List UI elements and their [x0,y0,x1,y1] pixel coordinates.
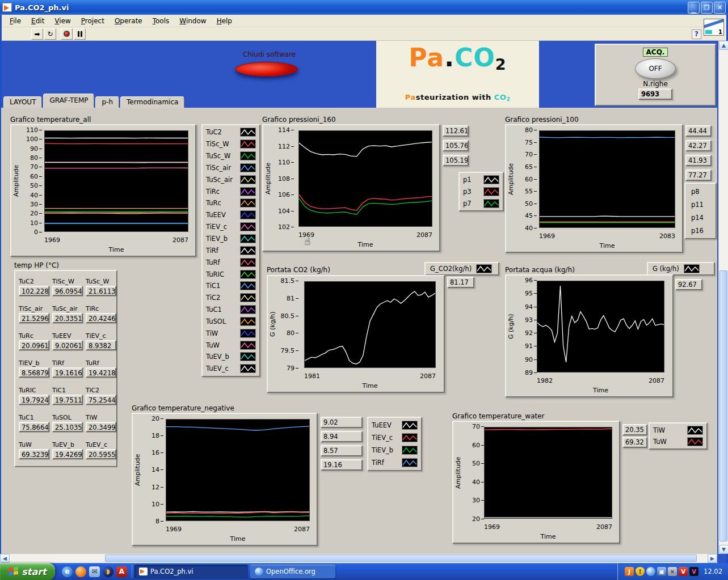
legend-item-p1[interactable]: p1 [463,175,499,184]
legend-item-p7[interactable]: p7 [463,199,499,208]
horizontal-scroll-thumb[interactable] [105,554,697,562]
plot-area[interactable] [539,130,675,228]
tab-termodinamica[interactable]: Termodinamica [120,96,184,108]
legend-item-p8[interactable]: p8 [691,188,712,196]
chiudi-software-button[interactable] [235,62,298,77]
java-tray-icon[interactable]: J [625,567,634,576]
menu-tools[interactable]: Tools [148,16,174,26]
mail-icon[interactable]: ✉ [89,566,100,577]
x-axis-ticks: 19692087 [298,231,432,239]
legend-item-TuSc_air[interactable]: TuSc_air [206,175,256,184]
openoffice-tray-icon[interactable] [646,567,655,576]
vertical-scrollbar[interactable]: ▲ ▼ [718,41,728,554]
tab-layout[interactable]: LAYOUT [3,96,42,108]
x-axis-ticks: 19822087 [537,377,664,384]
legend-item-TuC2[interactable]: TuC2 [206,128,256,137]
legend-item-TiEV_b[interactable]: TiEV_b [372,446,418,455]
scroll-left-button[interactable]: ◀ [0,554,10,563]
legend-line-swatch [240,175,256,184]
plot-area[interactable] [166,419,310,521]
legend-item-TuW[interactable]: TuW [653,437,703,446]
plot-area[interactable] [484,427,612,519]
antivirus-icon[interactable]: V [679,567,688,576]
tool-tray-icon[interactable]: ✕ [668,567,677,576]
hp-value-TuRf: 19.4218 [86,367,116,378]
help-button[interactable]: ? [692,29,701,39]
legend-item-G_CO2(kg/h)[interactable]: G_CO2(kg/h) [430,264,492,273]
acq-label: ACQ. [643,48,668,57]
acq-off-button[interactable]: OFF [635,58,676,79]
legend-item-TiSc_W[interactable]: TiSc_W [206,139,256,149]
network-icon[interactable]: ▣ [657,567,666,576]
plot-area[interactable] [304,281,436,368]
menu-view[interactable]: View [50,16,75,26]
legend-item-TuEV_b[interactable]: TuEV_b [206,352,256,361]
menu-window[interactable]: Window [175,16,211,26]
y-axis-ticks: 114112110108106104102 [269,126,294,231]
taskbar-task-pacо2[interactable]: Pa.CO2_ph.vi [134,565,248,578]
legend-item-TiSc_air[interactable]: TiSc_air [206,163,256,172]
legend-item-TiRf[interactable]: TiRf [372,458,418,467]
scroll-down-button[interactable]: ▼ [719,545,728,554]
legend-item-TuSOL[interactable]: TuSOL [206,317,256,326]
legend-item-TiRf[interactable]: TiRf [206,246,256,255]
legend-item-TuRf[interactable]: TuRf [206,258,256,267]
legend-item-TuEEV[interactable]: TuEEV [372,421,418,430]
start-button[interactable]: start [0,563,55,580]
value-indicator: 92.67 [675,279,702,290]
legend-item-TuEV_c[interactable]: TuEV_c [206,364,256,373]
legend-item-TiW[interactable]: TiW [653,426,703,435]
minimize-button[interactable]: ▁ [688,2,700,14]
legend-item-TiC1[interactable]: TiC1 [206,281,256,290]
internet-explorer-icon[interactable]: e [62,566,73,577]
openoffice-task-icon [255,568,263,575]
app-tray-icon[interactable]: V [689,567,698,576]
legend-item-TiRc[interactable]: TiRc [206,187,256,196]
legend-item-TiEV_b[interactable]: TiEV_b [206,234,256,243]
plot-area[interactable] [537,281,664,372]
value-indicator: 77.27 [685,170,712,181]
scroll-up-button[interactable]: ▲ [719,41,728,50]
run-continuous-button[interactable]: ↻ [44,28,56,40]
vertical-scroll-thumb[interactable] [719,270,727,541]
menu-edit[interactable]: Edit [27,16,49,26]
browser-icon[interactable] [75,566,86,577]
menu-project[interactable]: Project [77,16,109,26]
legend-item-TuW[interactable]: TuW [206,341,256,350]
maximize-button[interactable]: ❐ [701,2,713,14]
legend-item-TuRIC[interactable]: TuRIC [206,270,256,279]
legend-item-TiEV_c[interactable]: TiEV_c [206,222,256,231]
legend-item-p3[interactable]: p3 [463,187,499,196]
tab-p-h[interactable]: p-h [95,96,119,108]
run-button[interactable]: ➡ [31,28,43,40]
plot-area[interactable] [44,130,188,232]
menu-file[interactable]: File [5,16,26,26]
legend-item-TuC1[interactable]: TuC1 [206,305,256,314]
scroll-right-button[interactable]: ▶ [708,554,717,563]
legend-line-swatch [240,187,256,196]
legend-item-TuRc[interactable]: TuRc [206,198,256,208]
legend-item-TuEEV[interactable]: TuEEV [206,210,256,219]
messenger-icon[interactable]: ◗ [103,566,113,577]
plot-area[interactable] [298,130,432,227]
legend-item-TuSc_W[interactable]: TuSc_W [206,151,256,160]
menu-operate[interactable]: Operate [110,16,147,26]
acrobat-icon[interactable]: A [116,566,127,577]
legend-item-TiC2[interactable]: TiC2 [206,293,256,302]
pause-button[interactable] [74,28,86,40]
close-button[interactable]: ✕ [714,2,726,14]
abort-button[interactable] [61,28,73,40]
window-title: Pa.CO2_ph.vi [15,3,69,12]
tab-graf-temp[interactable]: GRAF-TEMP [43,94,94,108]
legend-item-TiEV_c[interactable]: TiEV_c [372,433,418,442]
legend-item-p11[interactable]: p11 [691,201,712,209]
menu-help[interactable]: Help [212,16,237,26]
legend-item-p14[interactable]: p14 [691,214,712,222]
taskbar-task-openoffice[interactable]: OpenOffice.org [250,565,335,578]
security-shield-icon[interactable]: ! [636,567,645,576]
legend-item-TiW[interactable]: TiW [206,329,256,338]
horizontal-scrollbar[interactable]: ◀ ▶ [0,554,717,563]
legend-item-p16[interactable]: p16 [691,227,712,235]
legend-item-G (kg/h)[interactable]: G (kg/h) [653,264,700,273]
legend-pressioni-160: p1p3p7 [458,172,504,211]
